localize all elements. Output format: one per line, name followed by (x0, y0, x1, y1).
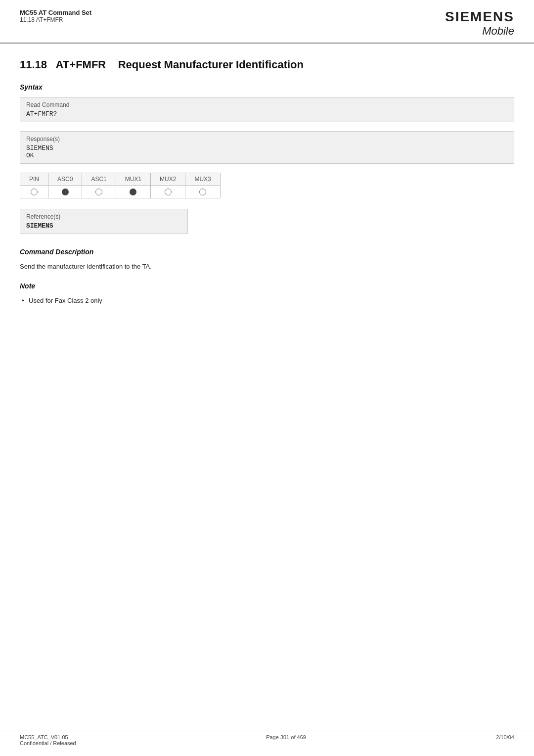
mobile-logo: Mobile (445, 25, 514, 38)
circle-filled-mux1 (130, 189, 136, 195)
circle-empty-mux3 (199, 189, 206, 195)
section-heading: 11.18 AT+FMFR Request Manufacturer Ident… (20, 58, 514, 71)
header-left: MC55 AT Command Set 11.18 AT+FMFR (20, 9, 91, 23)
syntax-heading: Syntax (20, 83, 514, 91)
footer-date: 2/10/04 (496, 734, 514, 746)
page-footer: MC55_ATC_V01.05 Confidential / Released … (0, 730, 534, 746)
read-command-label: Read Command (26, 101, 508, 108)
header-subtitle: 11.18 AT+FMFR (20, 16, 91, 23)
circle-empty-asc1 (95, 189, 102, 195)
circle-filled-asc0 (62, 189, 69, 195)
col-mux2: MUX2 (151, 173, 185, 186)
read-command-box: Read Command AT+FMFR? (20, 97, 514, 122)
reference-label: Reference(s) (26, 213, 181, 220)
col-mux1: MUX1 (116, 173, 150, 186)
read-command-code: AT+FMFR? (26, 110, 508, 118)
page-header: MC55 AT Command Set 11.18 AT+FMFR SIEMEN… (0, 0, 534, 44)
pin-table-row (20, 186, 221, 198)
pin-table-wrapper: PIN ASC0 ASC1 MUX1 MUX2 MUX3 (20, 173, 221, 198)
response-label: Response(s) (26, 136, 508, 142)
section-command: AT+FMFR (56, 58, 106, 71)
cell-pin (20, 186, 48, 198)
section-title: Request Manufacturer Identification (118, 58, 304, 71)
command-description-heading: Command Description (20, 248, 514, 256)
footer-version: MC55_ATC_V01.05 (20, 734, 76, 740)
reference-box: Reference(s) SIEMENS (20, 209, 188, 234)
cell-asc1 (82, 186, 116, 198)
header-logo: SIEMENS Mobile (445, 9, 514, 38)
col-pin: PIN (20, 173, 48, 186)
footer-left: MC55_ATC_V01.05 Confidential / Released (20, 734, 76, 746)
reference-value: SIEMENS (26, 222, 181, 230)
note-list: Used for Fax Class 2 only (20, 296, 514, 306)
main-content: 11.18 AT+FMFR Request Manufacturer Ident… (0, 44, 534, 326)
siemens-logo: SIEMENS (445, 9, 514, 25)
cell-mux1 (116, 186, 150, 198)
pin-table: PIN ASC0 ASC1 MUX1 MUX2 MUX3 (20, 173, 221, 198)
cell-asc0 (48, 186, 82, 198)
footer-confidential: Confidential / Released (20, 740, 76, 746)
response-line2: OK (26, 152, 508, 159)
section-number: 11.18 (20, 58, 47, 71)
col-asc0: ASC0 (48, 173, 82, 186)
header-title: MC55 AT Command Set (20, 9, 91, 16)
col-asc1: ASC1 (82, 173, 116, 186)
response-box: Response(s) SIEMENS OK (20, 131, 514, 164)
circle-empty-pin (31, 189, 38, 195)
command-description-text: Send the manufacturer identification to … (20, 262, 514, 272)
note-heading: Note (20, 282, 514, 290)
footer-page: Page 301 of 469 (266, 734, 306, 746)
cell-mux3 (185, 186, 220, 198)
cell-mux2 (151, 186, 185, 198)
circle-empty-mux2 (165, 189, 172, 195)
note-item: Used for Fax Class 2 only (20, 296, 514, 306)
col-mux3: MUX3 (185, 173, 220, 186)
pin-table-header-row: PIN ASC0 ASC1 MUX1 MUX2 MUX3 (20, 173, 221, 186)
response-line1: SIEMENS (26, 144, 508, 152)
